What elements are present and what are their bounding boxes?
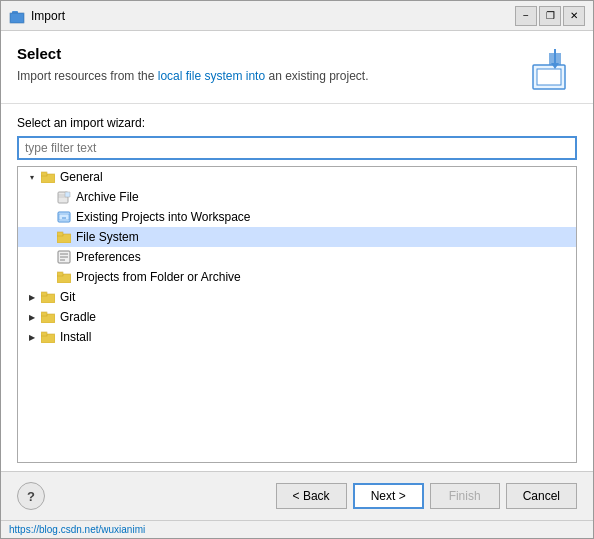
workspace-icon <box>56 209 72 225</box>
minimize-button[interactable]: − <box>515 6 537 26</box>
tree-label-git: Git <box>60 290 75 304</box>
import-dialog: Import − ❐ ✕ Select Import resources fro… <box>0 0 594 539</box>
restore-button[interactable]: ❐ <box>539 6 561 26</box>
button-bar: ? < Back Next > Finish Cancel <box>1 471 593 520</box>
tree-label-general: General <box>60 170 103 184</box>
tree-label-archive: Archive File <box>76 190 139 204</box>
tree-label-gradle: Gradle <box>60 310 96 324</box>
svg-rect-17 <box>58 212 70 222</box>
window-controls: − ❐ ✕ <box>515 6 585 26</box>
header-description: Import resources from the local file sys… <box>17 68 513 85</box>
tree-container[interactable]: ▾ General ▶ <box>17 166 577 463</box>
header-text: Select Import resources from the local f… <box>17 45 513 85</box>
prefs-icon <box>56 249 72 265</box>
folder-icon-git <box>40 289 56 305</box>
svg-rect-30 <box>57 272 63 276</box>
close-button[interactable]: ✕ <box>563 6 585 26</box>
tree-label-preferences: Preferences <box>76 250 141 264</box>
folder-icon-gradle <box>40 309 56 325</box>
archive-icon <box>56 189 72 205</box>
expand-icon-git: ▶ <box>26 291 38 303</box>
tree-item-filesystem[interactable]: ▶ File System <box>18 227 576 247</box>
tree-label-install: Install <box>60 330 91 344</box>
tree-label-filesystem: File System <box>76 230 139 244</box>
back-button[interactable]: < Back <box>276 483 347 509</box>
finish-button[interactable]: Finish <box>430 483 500 509</box>
window-icon <box>9 8 25 24</box>
svg-rect-42 <box>41 332 47 336</box>
title-bar: Import − ❐ ✕ <box>1 1 593 31</box>
cancel-button[interactable]: Cancel <box>506 483 577 509</box>
expand-icon-gradle: ▶ <box>26 311 38 323</box>
filter-input[interactable] <box>17 136 577 160</box>
tree-item-gradle[interactable]: ▶ Gradle <box>18 307 576 327</box>
tree-label-projects-folder: Projects from Folder or Archive <box>76 270 241 284</box>
help-button[interactable]: ? <box>17 482 45 510</box>
filesystem-icon <box>56 229 72 245</box>
folder-icon-general <box>40 169 56 185</box>
header-title: Select <box>17 45 513 62</box>
tree-item-projects-folder[interactable]: ▶ Projects from Folder or Archive <box>18 267 576 287</box>
folder-icon-install <box>40 329 56 345</box>
svg-rect-38 <box>41 312 47 316</box>
svg-rect-4 <box>537 69 561 85</box>
tree-item-preferences[interactable]: ▶ Preferences <box>18 247 576 267</box>
link-into: into <box>246 69 265 83</box>
tree-label-existing: Existing Projects into Workspace <box>76 210 251 224</box>
wizard-label: Select an import wizard: <box>17 116 577 130</box>
svg-marker-16 <box>65 192 70 197</box>
tree-item-general[interactable]: ▾ General <box>18 167 576 187</box>
tree-item-install[interactable]: ▶ Install <box>18 327 576 347</box>
wizard-section: Select an import wizard: ▾ Ge <box>1 104 593 471</box>
link-local: local file system <box>158 69 243 83</box>
expand-icon-install: ▶ <box>26 331 38 343</box>
tree-item-archive[interactable]: ▶ Archive File <box>18 187 576 207</box>
expand-icon-general: ▾ <box>26 171 38 183</box>
tree-item-existing[interactable]: ▶ Existing Projects into Workspace <box>18 207 576 227</box>
svg-rect-10 <box>41 172 47 176</box>
header-icon <box>529 45 577 93</box>
svg-rect-22 <box>57 232 63 236</box>
tree-item-git[interactable]: ▶ Git <box>18 287 576 307</box>
dialog-content: Select Import resources from the local f… <box>1 31 593 471</box>
status-bar: https://blog.csdn.net/wuxianimi <box>1 520 593 538</box>
header-section: Select Import resources from the local f… <box>1 31 593 104</box>
window-title: Import <box>31 9 515 23</box>
next-button[interactable]: Next > <box>353 483 424 509</box>
svg-rect-34 <box>41 292 47 296</box>
projects-folder-icon <box>56 269 72 285</box>
status-text: https://blog.csdn.net/wuxianimi <box>9 524 145 535</box>
